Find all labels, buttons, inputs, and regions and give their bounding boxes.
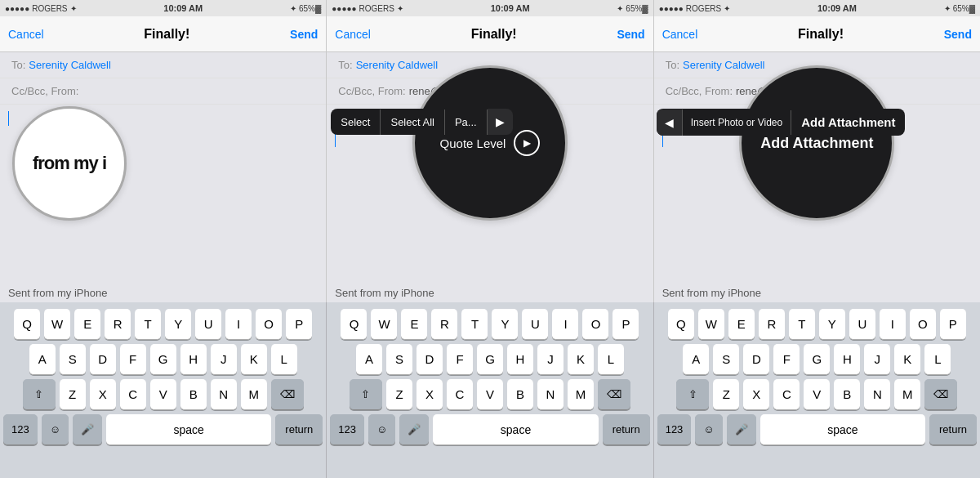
- key-d-1[interactable]: D: [90, 344, 116, 375]
- send-button-1[interactable]: Send: [290, 28, 318, 41]
- space-key-2[interactable]: space: [433, 414, 598, 445]
- delete-key-3[interactable]: ⌫: [924, 379, 957, 410]
- key-w-1[interactable]: W: [44, 309, 70, 340]
- key-a-2[interactable]: A: [356, 344, 382, 375]
- key-s-2[interactable]: S: [386, 344, 412, 375]
- key-c-3[interactable]: C: [773, 379, 800, 410]
- mic-key-1[interactable]: 🎤: [73, 414, 102, 445]
- to-field-1[interactable]: To: Serenity Caldwell: [0, 52, 326, 78]
- key-a-3[interactable]: A: [683, 344, 709, 375]
- key-p-1[interactable]: P: [286, 309, 312, 340]
- key-q-3[interactable]: Q: [668, 309, 694, 340]
- key-k-2[interactable]: K: [568, 344, 594, 375]
- key-i-3[interactable]: I: [880, 309, 906, 340]
- key-y-2[interactable]: Y: [492, 309, 518, 340]
- key-z-1[interactable]: Z: [60, 379, 86, 410]
- key-h-2[interactable]: H: [507, 344, 533, 375]
- key-y-3[interactable]: Y: [819, 309, 845, 340]
- key-o-2[interactable]: O: [582, 309, 608, 340]
- key-n-3[interactable]: N: [864, 379, 890, 410]
- key-z-2[interactable]: Z: [386, 379, 412, 410]
- space-key-3[interactable]: space: [760, 414, 925, 445]
- delete-key-1[interactable]: ⌫: [271, 379, 304, 410]
- key-j-2[interactable]: J: [537, 344, 564, 375]
- key-h-3[interactable]: H: [834, 344, 860, 375]
- key-o-3[interactable]: O: [910, 309, 936, 340]
- select-option[interactable]: Select: [331, 109, 381, 135]
- key-i-1[interactable]: I: [225, 309, 252, 340]
- return-key-3[interactable]: return: [929, 414, 977, 445]
- key-f-1[interactable]: F: [120, 344, 146, 375]
- shift-key-1[interactable]: ⇧: [23, 379, 56, 410]
- key-v-2[interactable]: V: [477, 379, 503, 410]
- key-r-2[interactable]: R: [431, 309, 457, 340]
- key-v-1[interactable]: V: [150, 379, 176, 410]
- key-d-3[interactable]: D: [743, 344, 769, 375]
- key-i-2[interactable]: I: [552, 309, 578, 340]
- key-a-1[interactable]: A: [29, 344, 56, 375]
- emoji-key-3[interactable]: ☺: [695, 414, 722, 445]
- play-button[interactable]: ▶: [514, 130, 540, 156]
- num-key-2[interactable]: 123: [330, 414, 364, 445]
- key-t-2[interactable]: T: [461, 309, 488, 340]
- key-t-1[interactable]: T: [135, 309, 161, 340]
- key-f-2[interactable]: F: [447, 344, 473, 375]
- key-w-3[interactable]: W: [698, 309, 724, 340]
- key-x-2[interactable]: X: [416, 379, 443, 410]
- add-attachment-option[interactable]: Add Attachment: [791, 109, 905, 136]
- key-c-1[interactable]: C: [120, 379, 146, 410]
- key-m-1[interactable]: M: [241, 379, 267, 410]
- key-b-3[interactable]: B: [834, 379, 860, 410]
- num-key-3[interactable]: 123: [657, 414, 692, 445]
- key-b-2[interactable]: B: [507, 379, 533, 410]
- key-g-1[interactable]: G: [150, 344, 176, 375]
- select-all-option[interactable]: Select All: [381, 109, 444, 135]
- delete-key-2[interactable]: ⌫: [598, 379, 630, 410]
- key-b-1[interactable]: B: [180, 379, 207, 410]
- key-z-3[interactable]: Z: [713, 379, 739, 410]
- num-key-1[interactable]: 123: [3, 414, 38, 445]
- key-g-3[interactable]: G: [804, 344, 830, 375]
- key-u-2[interactable]: U: [522, 309, 548, 340]
- key-x-1[interactable]: X: [90, 379, 116, 410]
- context-menu-3[interactable]: ◀ Insert Photo or Video Add Attachment: [657, 109, 906, 136]
- key-s-1[interactable]: S: [60, 344, 86, 375]
- key-n-2[interactable]: N: [537, 379, 564, 410]
- key-p-2[interactable]: P: [612, 309, 639, 340]
- key-k-1[interactable]: K: [241, 344, 267, 375]
- key-j-1[interactable]: J: [211, 344, 237, 375]
- key-m-2[interactable]: M: [568, 379, 594, 410]
- key-n-1[interactable]: N: [211, 379, 237, 410]
- emoji-key-1[interactable]: ☺: [42, 414, 69, 445]
- paste-option[interactable]: Pa...: [445, 109, 488, 135]
- menu-arrow-right[interactable]: ▶: [488, 109, 513, 135]
- key-r-1[interactable]: R: [105, 309, 131, 340]
- key-g-2[interactable]: G: [477, 344, 503, 375]
- key-o-1[interactable]: O: [256, 309, 282, 340]
- cc-field-1[interactable]: Cc/Bcc, From:: [0, 78, 326, 105]
- send-button-3[interactable]: Send: [944, 28, 972, 41]
- cancel-button-3[interactable]: Cancel: [662, 28, 698, 41]
- return-key-2[interactable]: return: [603, 414, 650, 445]
- key-d-2[interactable]: D: [416, 344, 443, 375]
- key-s-3[interactable]: S: [713, 344, 739, 375]
- shift-key-2[interactable]: ⇧: [350, 379, 382, 410]
- mic-key-3[interactable]: 🎤: [727, 414, 756, 445]
- emoji-key-2[interactable]: ☺: [368, 414, 395, 445]
- key-m-3[interactable]: M: [894, 379, 920, 410]
- cancel-button-1[interactable]: Cancel: [8, 28, 44, 41]
- insert-photo-option[interactable]: Insert Photo or Video: [683, 110, 792, 135]
- key-u-3[interactable]: U: [849, 309, 875, 340]
- key-e-3[interactable]: E: [728, 309, 755, 340]
- key-x-3[interactable]: X: [743, 379, 769, 410]
- key-e-1[interactable]: E: [74, 309, 100, 340]
- key-v-3[interactable]: V: [804, 379, 830, 410]
- key-l-2[interactable]: L: [598, 344, 624, 375]
- mic-key-2[interactable]: 🎤: [399, 414, 429, 445]
- return-key-1[interactable]: return: [275, 414, 323, 445]
- key-e-2[interactable]: E: [401, 309, 427, 340]
- key-k-3[interactable]: K: [894, 344, 920, 375]
- key-r-3[interactable]: R: [759, 309, 785, 340]
- menu-arrow-left[interactable]: ◀: [657, 109, 683, 136]
- key-u-1[interactable]: U: [195, 309, 221, 340]
